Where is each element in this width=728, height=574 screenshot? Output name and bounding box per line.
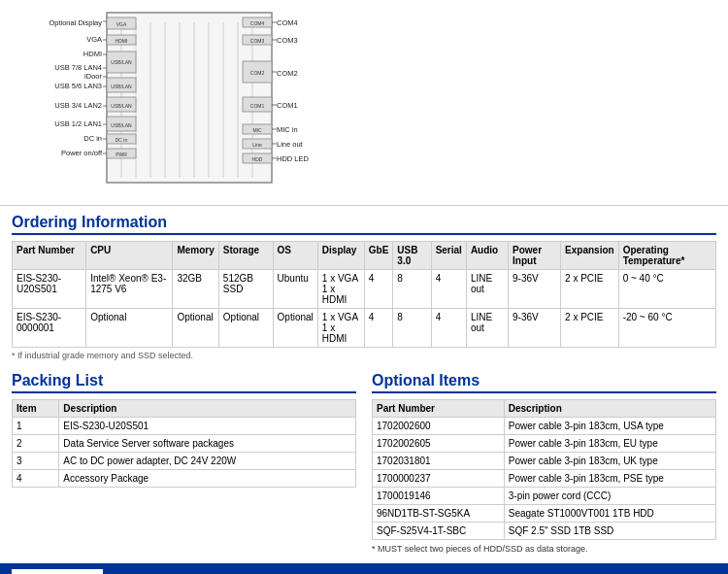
svg-text:COM2: COM2	[250, 70, 265, 76]
packing-data-row: 2Data Service Server software packages	[13, 435, 356, 453]
optional-data-row: 96ND1TB-ST-SG5KASeagate ST1000VT001 1TB …	[373, 505, 716, 523]
packing-cell: 4	[13, 470, 59, 488]
optional-title: Optional Items	[372, 372, 716, 393]
svg-text:USB/LAN: USB/LAN	[111, 122, 132, 128]
packing-cell: Accessory Package	[59, 470, 356, 488]
optional-section: Optional Items Part Number Description 1…	[372, 372, 716, 554]
svg-text:COM1: COM1	[277, 101, 298, 110]
optional-table: Part Number Description 1702002600Power …	[372, 399, 716, 540]
ordering-cell: 512GB SSD	[218, 270, 273, 309]
svg-text:HDD LED: HDD LED	[277, 154, 310, 163]
packing-cell: EIS-S230-U20S501	[59, 418, 356, 435]
connector-diagram: VGA HDMI USB/LAN USB/LAN USB/LAN USB/LAN…	[10, 8, 369, 197]
col-memory: Memory	[173, 242, 218, 270]
diagram-section: VGA HDMI USB/LAN USB/LAN USB/LAN USB/LAN…	[0, 0, 728, 206]
ordering-cell: Intel® Xeon® E3-1275 V6	[86, 270, 173, 309]
svg-text:USB/LAN: USB/LAN	[111, 59, 132, 65]
optional-col-part: Part Number	[373, 400, 505, 418]
packing-data-row: 4Accessory Package	[13, 470, 356, 488]
svg-text:MIC in: MIC in	[277, 125, 298, 134]
ordering-cell: 8	[393, 309, 431, 348]
ordering-cell: 32GB	[173, 270, 218, 309]
packing-data-row: 3AC to DC power adapter, DC 24V 220W	[13, 453, 356, 470]
svg-text:COM3: COM3	[277, 36, 298, 45]
svg-text:iDoor: iDoor	[84, 72, 102, 81]
ordering-cell: Ubuntu	[273, 270, 317, 309]
ordering-cell: 0 ~ 40 °C	[618, 270, 715, 309]
packing-table: Item Description 1EIS-S230-U20S5012Data …	[12, 399, 356, 488]
svg-text:COM1: COM1	[250, 103, 265, 109]
col-display: Display	[317, 242, 364, 270]
ordering-cell: 9-36V	[509, 309, 561, 348]
bottom-section: Packing List Item Description 1EIS-S230-…	[0, 366, 728, 559]
advantech-logo: ADVANTECH	[12, 569, 103, 574]
optional-header-row: Part Number Description	[373, 400, 716, 418]
optional-cell: Power cable 3-pin 183cm, UK type	[504, 453, 715, 470]
optional-cell: Power cable 3-pin 183cm, EU type	[504, 435, 715, 453]
optional-cell: Power cable 3-pin 183cm, PSE type	[504, 470, 715, 488]
ordering-cell: 1 x VGA 1 x HDMI	[317, 270, 364, 309]
optional-cell: 1700000237	[373, 470, 505, 488]
optional-data-row: 1702002605Power cable 3-pin 183cm, EU ty…	[373, 435, 716, 453]
packing-col-item: Item	[13, 400, 59, 418]
ordering-cell: LINE out	[466, 309, 508, 348]
col-gbe: GbE	[364, 242, 393, 270]
ordering-header-row: Part Number CPU Memory Storage OS Displa…	[13, 242, 716, 270]
ordering-cell: Optional	[273, 309, 317, 348]
ordering-data-row: EIS-S230-U20S501Intel® Xeon® E3-1275 V63…	[13, 270, 716, 309]
svg-text:HDMI: HDMI	[83, 50, 102, 58]
col-temp: Operating Temperature*	[618, 242, 715, 270]
svg-text:HDMI: HDMI	[116, 38, 128, 44]
optional-footnote: * MUST select two pieces of HDD/SSD as d…	[372, 544, 716, 554]
svg-text:HDD: HDD	[252, 156, 263, 162]
packing-title: Packing List	[12, 372, 356, 393]
col-usb30: USB 3.0	[393, 242, 431, 270]
col-storage: Storage	[218, 242, 273, 270]
svg-text:DC in: DC in	[83, 134, 102, 143]
svg-text:Power on/off: Power on/off	[61, 149, 103, 157]
col-cpu: CPU	[86, 242, 173, 270]
footer-bar: ADVANTECH Fanless Embedded Box PCs	[0, 563, 728, 574]
ordering-cell: 4	[431, 309, 466, 348]
optional-data-row: 1702002600Power cable 3-pin 183cm, USA t…	[373, 418, 716, 435]
ordering-cell: Optional	[173, 309, 218, 348]
svg-text:VGA: VGA	[86, 35, 102, 44]
ordering-table: Part Number CPU Memory Storage OS Displa…	[12, 241, 716, 348]
packing-data-row: 1EIS-S230-U20S501	[13, 418, 356, 435]
ordering-cell: 8	[393, 270, 431, 309]
ordering-title: Ordering Information	[12, 214, 716, 235]
ordering-cell: 4	[364, 270, 393, 309]
svg-text:COM3: COM3	[250, 38, 265, 44]
optional-cell: 1702002605	[373, 435, 505, 453]
ordering-section: Ordering Information Part Number CPU Mem…	[0, 206, 728, 366]
svg-text:COM4: COM4	[277, 18, 298, 27]
col-os: OS	[273, 242, 317, 270]
svg-text:Line out: Line out	[277, 140, 304, 149]
ordering-cell: 2 x PCIE	[561, 309, 619, 348]
packing-cell: 1	[13, 418, 59, 435]
svg-text:USB 3/4 LAN2: USB 3/4 LAN2	[54, 101, 102, 110]
optional-cell: 1702002600	[373, 418, 505, 435]
optional-cell: 96ND1TB-ST-SG5KA	[373, 505, 505, 523]
svg-text:USB 7/8 LAN4: USB 7/8 LAN4	[54, 63, 102, 72]
ordering-cell: -20 ~ 60 °C	[618, 309, 715, 348]
svg-text:DC in: DC in	[116, 137, 128, 143]
svg-text:MIC: MIC	[252, 127, 262, 133]
svg-text:VGA: VGA	[116, 21, 127, 27]
packing-cell: 3	[13, 453, 59, 470]
ordering-cell: LINE out	[466, 270, 508, 309]
packing-cell: Data Service Server software packages	[59, 435, 356, 453]
packing-col-desc: Description	[59, 400, 356, 418]
svg-text:USB/LAN: USB/LAN	[111, 84, 132, 89]
optional-cell: Power cable 3-pin 183cm, USA type	[504, 418, 715, 435]
packing-header-row: Item Description	[13, 400, 356, 418]
svg-text:USB 5/6 LAN3: USB 5/6 LAN3	[54, 82, 102, 90]
svg-text:Line: Line	[252, 142, 262, 148]
svg-text:USB 1/2 LAN1: USB 1/2 LAN1	[54, 119, 102, 128]
packing-cell: AC to DC power adapter, DC 24V 220W	[59, 453, 356, 470]
svg-text:PWR: PWR	[116, 152, 127, 157]
ordering-data-row: EIS-S230-0000001OptionalOptionalOptional…	[13, 309, 716, 348]
svg-text:Optional Display: Optional Display	[49, 18, 102, 27]
packing-cell: 2	[13, 435, 59, 453]
col-power: Power Input	[509, 242, 561, 270]
